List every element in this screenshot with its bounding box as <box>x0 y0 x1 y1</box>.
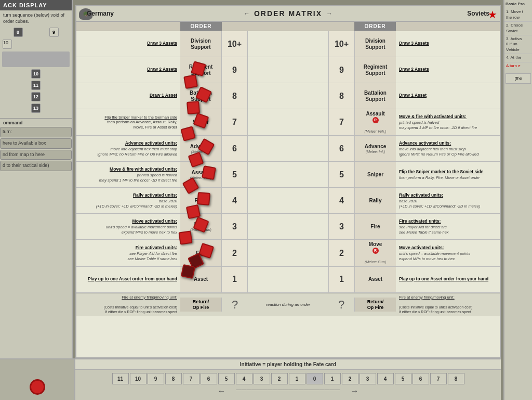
left-desc: Draw 1 Asset <box>76 83 180 109</box>
right-desc: Flip the Sniper marker to the Soviet sid… <box>396 162 500 187</box>
order-name-left: Fire <box>180 240 222 266</box>
return-center: Return/Op Fire ? reaction during an orde… <box>180 293 396 316</box>
order-name-right: Move R (Melee: Gun) <box>354 240 396 266</box>
arrow-left-track: ← <box>218 386 226 396</box>
right-panel-item: 2. ChoosSoviet <box>504 22 532 35</box>
right-spacer <box>396 22 500 31</box>
right-panel-item: 4. At the <box>504 54 532 62</box>
left-sub-text: unit's speed = available movement points… <box>79 225 177 235</box>
center-dice-area <box>248 31 328 57</box>
track-cell: 10 <box>130 373 147 384</box>
order-num-left: 2 <box>222 240 248 266</box>
track-cell: 6 <box>201 373 217 384</box>
number-bar: 11 <box>0 80 72 91</box>
right-panel: Basic Pro 1. Move tthe row 2. ChoosSovie… <box>503 0 532 400</box>
cmd-item: turn: <box>0 127 72 137</box>
cmd-item: d to their Tactical side) <box>0 161 72 171</box>
right-sub-text: unit's speed = available movement points… <box>399 251 497 262</box>
track-cell: 9 <box>148 373 164 384</box>
center-dice-area <box>248 109 328 135</box>
order-name-right: Rally <box>354 188 396 213</box>
table-row: Fire activated units: see Player Aid for… <box>76 240 500 266</box>
number-bar: 10 <box>0 68 72 80</box>
row-center: Fire 2 2 Move R (Melee: Gun) <box>180 240 396 266</box>
row-center: RegimentSupport 9 9 RegimentSupport <box>180 57 396 83</box>
center-dice-area <box>248 240 328 266</box>
left-main-label: Move activated units: <box>79 218 177 224</box>
track-cell: 7 <box>430 373 447 384</box>
number-bar-top: 8 9 <box>0 27 72 38</box>
num-cell: 13 <box>31 104 41 113</box>
track-cell-zero: 0 <box>307 373 323 384</box>
cmd-item: nd from map to here <box>0 150 72 160</box>
right-desc: Draw 3 Assets <box>396 31 500 57</box>
left-panel-subtitle: turn sequence (below) void of order cube… <box>0 10 72 27</box>
track-cell: 7 <box>183 373 200 384</box>
arrow-right: → <box>326 10 332 17</box>
num-cell: 11 <box>31 81 41 90</box>
order-name-right: Fire <box>354 214 396 239</box>
return-left-sub: (Costs Initiative equal to unit's activa… <box>79 305 177 314</box>
track-cell: 4 <box>236 373 252 384</box>
left-panel: ACK DISPLAY turn sequence (below) void o… <box>0 0 73 400</box>
order-name-left: Rally <box>180 188 222 213</box>
track-cell: 6 <box>413 373 429 384</box>
bottom-bar: Initiative = player holding the Fate car… <box>75 358 501 400</box>
order-header-right: ORDER <box>354 22 396 31</box>
left-main-label: Draw 1 Asset <box>79 93 177 98</box>
left-sub-text: base 2d10(+1D in cover; +1D w/Command; -… <box>79 199 177 209</box>
table-row: Advance activated units: move into adjac… <box>76 136 500 162</box>
track-cell: 1 <box>324 373 341 384</box>
center-dice-area <box>248 214 328 239</box>
left-desc: Rally activated units: base 2d10(+1D in … <box>76 188 180 213</box>
return-name-right: Return/Op Fire <box>354 298 396 312</box>
left-desc: Flip the Sniper marker to the German sid… <box>76 109 180 135</box>
order-name-right: BattalionSupport <box>354 83 396 109</box>
initiative-text: Initiative = player holding the Fate car… <box>75 359 501 370</box>
order-num-left: 10+ <box>222 31 248 57</box>
right-desc: Move activated units: unit's speed = ava… <box>396 240 500 266</box>
assault-marker: R <box>373 117 379 123</box>
center-dice-area <box>248 188 328 213</box>
table-row: Draw 1 Asset BattalionSupport 8 8 Battal… <box>76 83 500 109</box>
order-num-right: 7 <box>328 109 354 135</box>
order-name-left: RegimentSupport <box>180 57 222 83</box>
order-name-right: Sniper <box>354 162 396 187</box>
center-dice-area <box>248 83 328 109</box>
track-cell: 3 <box>360 373 376 384</box>
row-center: Move(Melee: Gun) 3 3 Fire <box>180 214 396 239</box>
order-name-left: Assault(Melee: Veh.) <box>180 162 222 187</box>
center-dice-area <box>248 136 328 161</box>
left-main-label: Advance activated units: <box>79 140 177 146</box>
num-cell: 12 <box>31 92 41 101</box>
right-sub-text: printed speed is halvedmay spend 1 MP to… <box>399 120 497 131</box>
spacer <box>2 51 70 67</box>
order-matrix: 🪖 Germany ← ORDER MATRIX → Soviets ★ ORD… <box>75 5 501 358</box>
matrix-header: 🪖 Germany ← ORDER MATRIX → Soviets ★ <box>76 6 500 22</box>
order-name-right: DivisionSupport <box>354 31 396 57</box>
order-num-left: 4 <box>222 188 248 213</box>
row-center: Asset 1 1 Asset <box>180 267 396 292</box>
left-desc: Advance activated units: move into adjac… <box>76 136 180 161</box>
order-num-right: 4 <box>328 188 354 213</box>
cmd-item: here to Available box <box>0 138 72 149</box>
left-main-label: Rally activated units: <box>79 192 177 198</box>
order-num-left: 1 <box>222 267 248 292</box>
arrow-row: ← ———————————————————— → <box>75 386 501 396</box>
track-cell: 5 <box>218 373 235 384</box>
right-main-label: Draw 3 Assets <box>399 41 497 46</box>
return-q-left: ? <box>222 298 248 312</box>
arrow-right-track: → <box>351 386 359 396</box>
center-dice-area <box>248 162 328 187</box>
right-panel-note: A turn e <box>504 62 532 69</box>
left-main-label: Fire activated units: <box>79 245 177 251</box>
track-cell: 2 <box>271 373 288 384</box>
order-num-left: 7 <box>222 109 248 135</box>
left-desc: Draw 2 Assets <box>76 57 180 83</box>
left-main-label: Move & fire with activated units: <box>79 166 177 172</box>
track-cell: 2 <box>342 373 358 384</box>
return-right-label: Fire at enemy firing/moving unit: <box>399 295 497 300</box>
right-main-label: Rally activated units: <box>399 192 497 198</box>
return-q-right: ? <box>328 298 354 312</box>
order-num-right: 8 <box>328 83 354 109</box>
